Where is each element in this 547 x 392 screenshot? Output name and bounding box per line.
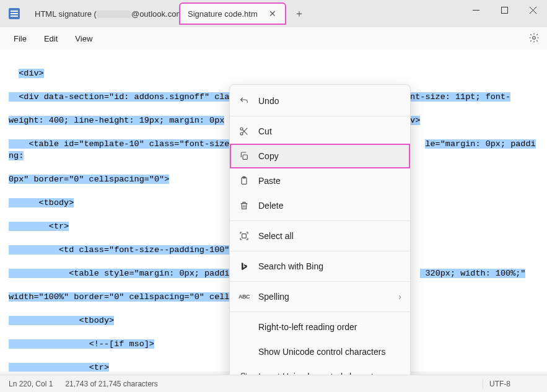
window-controls bbox=[462, 0, 547, 20]
separator bbox=[230, 311, 410, 312]
ctx-spelling[interactable]: ABC Spelling › bbox=[230, 284, 410, 309]
ctx-label: Show Unicode control characters bbox=[258, 347, 385, 357]
context-menu: Undo Cut Copy Paste Delete Select all Se… bbox=[229, 84, 411, 392]
blank-icon bbox=[238, 321, 250, 333]
ctx-label: Copy bbox=[258, 151, 279, 161]
menubar: File Edit View bbox=[0, 27, 547, 50]
new-tab-button[interactable]: ＋ bbox=[290, 4, 309, 23]
svg-rect-9 bbox=[243, 155, 247, 159]
menu-view[interactable]: View bbox=[66, 32, 101, 46]
ctx-show-unicode[interactable]: Show Unicode control characters bbox=[230, 339, 410, 364]
separator bbox=[230, 220, 410, 221]
tab-label: Signature code.htm bbox=[188, 9, 258, 19]
ctx-cut[interactable]: Cut bbox=[230, 119, 410, 144]
ctx-label: Spelling bbox=[258, 292, 289, 302]
separator bbox=[230, 251, 410, 251]
ctx-select-all[interactable]: Select all bbox=[230, 224, 410, 248]
ctx-label: Cut bbox=[258, 126, 272, 136]
maximize-button[interactable] bbox=[490, 0, 519, 20]
ctx-delete[interactable]: Delete bbox=[230, 193, 410, 218]
svg-rect-12 bbox=[242, 234, 247, 238]
abc-icon: ABC bbox=[238, 291, 250, 302]
ctx-label: Delete bbox=[258, 201, 283, 211]
separator bbox=[230, 116, 410, 116]
status-position: Ln 220, Col 1 bbox=[9, 380, 53, 388]
redacted-text bbox=[97, 11, 131, 18]
ctx-label: Paste bbox=[258, 176, 281, 186]
menu-edit[interactable]: Edit bbox=[35, 32, 66, 46]
bing-icon bbox=[238, 261, 250, 272]
minimize-button[interactable] bbox=[462, 0, 490, 20]
separator bbox=[230, 281, 410, 282]
chevron-right-icon: › bbox=[398, 292, 401, 302]
ctx-label: Select all bbox=[258, 231, 294, 241]
tab-label: HTML signature (@outlook.com). bbox=[35, 9, 179, 19]
tab-inactive[interactable]: HTML signature (@outlook.com). bbox=[27, 2, 179, 25]
svg-point-4 bbox=[533, 36, 536, 39]
code-line: <div> bbox=[9, 68, 538, 79]
menu-file[interactable]: File bbox=[5, 32, 35, 46]
gear-icon[interactable] bbox=[528, 32, 540, 45]
trash-icon bbox=[238, 200, 250, 211]
svg-point-5 bbox=[240, 128, 243, 130]
status-chars: 21,743 of 21,745 characters bbox=[65, 380, 157, 388]
copy-icon bbox=[238, 150, 250, 162]
notepad-icon bbox=[9, 8, 20, 19]
ctx-bing[interactable]: Search with Bing bbox=[230, 254, 410, 279]
scissors-icon bbox=[238, 126, 250, 137]
ctx-copy[interactable]: Copy bbox=[230, 144, 410, 168]
close-icon[interactable]: ✕ bbox=[268, 9, 278, 19]
status-encoding: UTF-8 bbox=[483, 380, 538, 388]
ctx-paste[interactable]: Paste bbox=[230, 168, 410, 193]
paste-icon bbox=[238, 175, 250, 186]
svg-point-6 bbox=[240, 133, 243, 135]
select-all-icon bbox=[238, 230, 250, 242]
undo-icon bbox=[238, 95, 250, 107]
ctx-rtl[interactable]: Right-to-left reading order bbox=[230, 315, 410, 339]
statusbar: Ln 220, Col 1 21,743 of 21,745 character… bbox=[0, 375, 547, 392]
ctx-label: Search with Bing bbox=[258, 261, 323, 271]
titlebar: HTML signature (@outlook.com). Signature… bbox=[0, 0, 547, 27]
ctx-label: Undo bbox=[258, 96, 279, 106]
tab-active[interactable]: Signature code.htm ✕ bbox=[179, 2, 286, 25]
ctx-undo[interactable]: Undo bbox=[230, 89, 410, 113]
svg-rect-1 bbox=[501, 7, 507, 13]
close-window-button[interactable] bbox=[519, 0, 547, 20]
ctx-label: Right-to-left reading order bbox=[258, 322, 357, 332]
blank-icon bbox=[238, 346, 250, 357]
